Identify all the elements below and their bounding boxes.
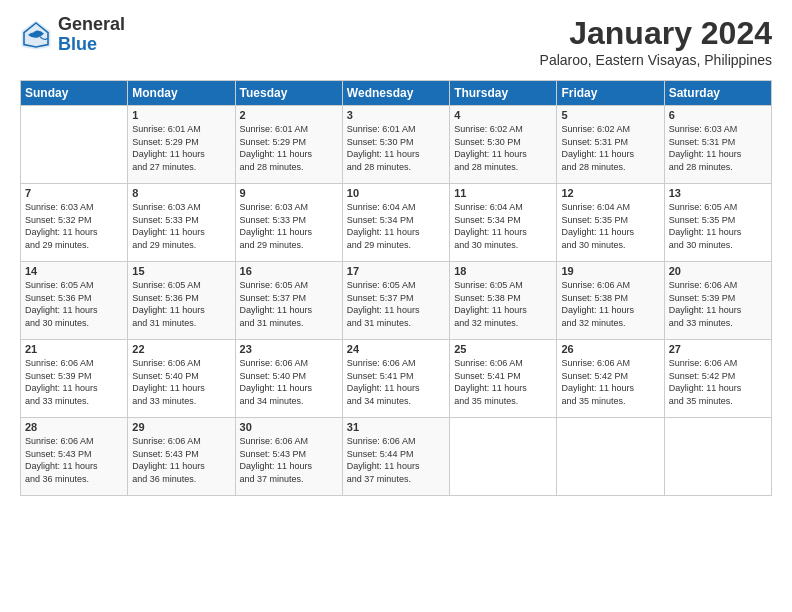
col-monday: Monday [128,81,235,106]
day-cell [450,418,557,496]
day-info: Sunrise: 6:03 AM Sunset: 5:32 PM Dayligh… [25,201,123,251]
day-number: 19 [561,265,659,277]
day-cell [21,106,128,184]
day-info: Sunrise: 6:06 AM Sunset: 5:39 PM Dayligh… [25,357,123,407]
day-info: Sunrise: 6:05 AM Sunset: 5:37 PM Dayligh… [240,279,338,329]
day-info: Sunrise: 6:05 AM Sunset: 5:36 PM Dayligh… [132,279,230,329]
logo-icon [20,19,52,51]
day-cell: 19Sunrise: 6:06 AM Sunset: 5:38 PM Dayli… [557,262,664,340]
logo: General Blue [20,15,125,55]
day-number: 23 [240,343,338,355]
day-cell: 6Sunrise: 6:03 AM Sunset: 5:31 PM Daylig… [664,106,771,184]
day-cell: 7Sunrise: 6:03 AM Sunset: 5:32 PM Daylig… [21,184,128,262]
logo-general: General [58,15,125,35]
day-cell: 18Sunrise: 6:05 AM Sunset: 5:38 PM Dayli… [450,262,557,340]
day-info: Sunrise: 6:06 AM Sunset: 5:38 PM Dayligh… [561,279,659,329]
day-cell [664,418,771,496]
day-number: 17 [347,265,445,277]
day-number: 9 [240,187,338,199]
day-number: 7 [25,187,123,199]
day-info: Sunrise: 6:01 AM Sunset: 5:30 PM Dayligh… [347,123,445,173]
day-number: 12 [561,187,659,199]
day-number: 30 [240,421,338,433]
day-info: Sunrise: 6:04 AM Sunset: 5:35 PM Dayligh… [561,201,659,251]
day-info: Sunrise: 6:06 AM Sunset: 5:41 PM Dayligh… [454,357,552,407]
day-number: 26 [561,343,659,355]
day-number: 1 [132,109,230,121]
day-info: Sunrise: 6:06 AM Sunset: 5:41 PM Dayligh… [347,357,445,407]
day-cell: 9Sunrise: 6:03 AM Sunset: 5:33 PM Daylig… [235,184,342,262]
day-cell: 21Sunrise: 6:06 AM Sunset: 5:39 PM Dayli… [21,340,128,418]
day-number: 25 [454,343,552,355]
day-cell: 28Sunrise: 6:06 AM Sunset: 5:43 PM Dayli… [21,418,128,496]
day-number: 13 [669,187,767,199]
col-sunday: Sunday [21,81,128,106]
day-cell: 25Sunrise: 6:06 AM Sunset: 5:41 PM Dayli… [450,340,557,418]
day-cell: 22Sunrise: 6:06 AM Sunset: 5:40 PM Dayli… [128,340,235,418]
day-cell: 11Sunrise: 6:04 AM Sunset: 5:34 PM Dayli… [450,184,557,262]
day-number: 15 [132,265,230,277]
logo-text: General Blue [58,15,125,55]
day-info: Sunrise: 6:06 AM Sunset: 5:42 PM Dayligh… [669,357,767,407]
day-cell: 15Sunrise: 6:05 AM Sunset: 5:36 PM Dayli… [128,262,235,340]
day-number: 4 [454,109,552,121]
day-info: Sunrise: 6:06 AM Sunset: 5:43 PM Dayligh… [25,435,123,485]
day-number: 3 [347,109,445,121]
day-info: Sunrise: 6:06 AM Sunset: 5:40 PM Dayligh… [132,357,230,407]
day-info: Sunrise: 6:06 AM Sunset: 5:43 PM Dayligh… [132,435,230,485]
day-cell: 14Sunrise: 6:05 AM Sunset: 5:36 PM Dayli… [21,262,128,340]
day-number: 10 [347,187,445,199]
day-cell: 17Sunrise: 6:05 AM Sunset: 5:37 PM Dayli… [342,262,449,340]
month-title: January 2024 [540,15,772,52]
day-info: Sunrise: 6:06 AM Sunset: 5:42 PM Dayligh… [561,357,659,407]
day-info: Sunrise: 6:03 AM Sunset: 5:33 PM Dayligh… [132,201,230,251]
week-row-3: 21Sunrise: 6:06 AM Sunset: 5:39 PM Dayli… [21,340,772,418]
day-info: Sunrise: 6:06 AM Sunset: 5:40 PM Dayligh… [240,357,338,407]
day-cell: 29Sunrise: 6:06 AM Sunset: 5:43 PM Dayli… [128,418,235,496]
day-info: Sunrise: 6:06 AM Sunset: 5:39 PM Dayligh… [669,279,767,329]
day-cell: 23Sunrise: 6:06 AM Sunset: 5:40 PM Dayli… [235,340,342,418]
day-number: 24 [347,343,445,355]
day-cell: 31Sunrise: 6:06 AM Sunset: 5:44 PM Dayli… [342,418,449,496]
day-cell: 3Sunrise: 6:01 AM Sunset: 5:30 PM Daylig… [342,106,449,184]
day-info: Sunrise: 6:05 AM Sunset: 5:38 PM Dayligh… [454,279,552,329]
day-info: Sunrise: 6:02 AM Sunset: 5:31 PM Dayligh… [561,123,659,173]
day-info: Sunrise: 6:05 AM Sunset: 5:37 PM Dayligh… [347,279,445,329]
day-number: 16 [240,265,338,277]
day-info: Sunrise: 6:03 AM Sunset: 5:33 PM Dayligh… [240,201,338,251]
week-row-2: 14Sunrise: 6:05 AM Sunset: 5:36 PM Dayli… [21,262,772,340]
week-row-4: 28Sunrise: 6:06 AM Sunset: 5:43 PM Dayli… [21,418,772,496]
col-saturday: Saturday [664,81,771,106]
header: General Blue January 2024 Palaroo, Easte… [20,15,772,68]
col-friday: Friday [557,81,664,106]
col-wednesday: Wednesday [342,81,449,106]
day-info: Sunrise: 6:01 AM Sunset: 5:29 PM Dayligh… [132,123,230,173]
page: General Blue January 2024 Palaroo, Easte… [0,0,792,612]
day-info: Sunrise: 6:05 AM Sunset: 5:36 PM Dayligh… [25,279,123,329]
day-number: 28 [25,421,123,433]
day-cell: 24Sunrise: 6:06 AM Sunset: 5:41 PM Dayli… [342,340,449,418]
day-cell: 27Sunrise: 6:06 AM Sunset: 5:42 PM Dayli… [664,340,771,418]
day-cell: 26Sunrise: 6:06 AM Sunset: 5:42 PM Dayli… [557,340,664,418]
day-info: Sunrise: 6:03 AM Sunset: 5:31 PM Dayligh… [669,123,767,173]
day-cell: 1Sunrise: 6:01 AM Sunset: 5:29 PM Daylig… [128,106,235,184]
day-cell: 12Sunrise: 6:04 AM Sunset: 5:35 PM Dayli… [557,184,664,262]
location: Palaroo, Eastern Visayas, Philippines [540,52,772,68]
day-cell: 8Sunrise: 6:03 AM Sunset: 5:33 PM Daylig… [128,184,235,262]
day-number: 5 [561,109,659,121]
col-tuesday: Tuesday [235,81,342,106]
logo-blue: Blue [58,35,125,55]
day-info: Sunrise: 6:04 AM Sunset: 5:34 PM Dayligh… [347,201,445,251]
day-info: Sunrise: 6:06 AM Sunset: 5:43 PM Dayligh… [240,435,338,485]
day-number: 2 [240,109,338,121]
day-cell: 10Sunrise: 6:04 AM Sunset: 5:34 PM Dayli… [342,184,449,262]
day-cell: 16Sunrise: 6:05 AM Sunset: 5:37 PM Dayli… [235,262,342,340]
day-number: 14 [25,265,123,277]
day-number: 29 [132,421,230,433]
day-cell: 5Sunrise: 6:02 AM Sunset: 5:31 PM Daylig… [557,106,664,184]
day-info: Sunrise: 6:02 AM Sunset: 5:30 PM Dayligh… [454,123,552,173]
day-info: Sunrise: 6:05 AM Sunset: 5:35 PM Dayligh… [669,201,767,251]
day-info: Sunrise: 6:01 AM Sunset: 5:29 PM Dayligh… [240,123,338,173]
calendar-table: Sunday Monday Tuesday Wednesday Thursday… [20,80,772,496]
col-thursday: Thursday [450,81,557,106]
